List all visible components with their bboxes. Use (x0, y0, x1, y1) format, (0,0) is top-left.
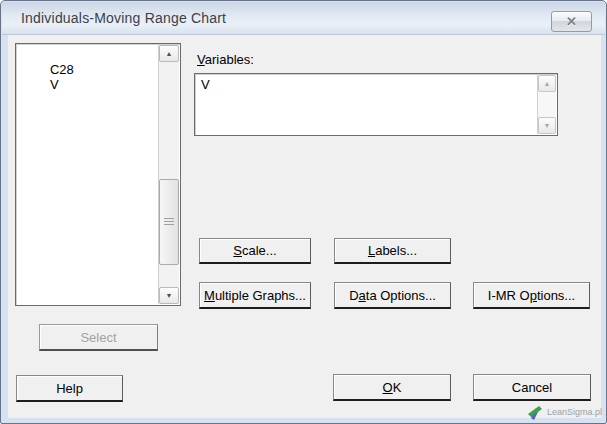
title-bar[interactable]: Individuals-Moving Range Chart ✕ (2, 2, 605, 35)
scroll-down-icon: ▼ (160, 288, 178, 303)
dialog-body: C28 V ▲ ▼ Select Variables: V ▲ (8, 35, 601, 418)
scale-button[interactable]: Scale... (199, 238, 311, 264)
dialog-window: Individuals-Moving Range Chart ✕ C28 V ▲… (0, 0, 607, 424)
variables-value: V (201, 77, 210, 92)
select-button[interactable]: Select (39, 324, 158, 351)
variables-scrollbar[interactable]: ▲ ▼ (537, 75, 556, 134)
watermark-text: LeanSigma.pl (547, 407, 602, 417)
watermark: LeanSigma.pl (526, 403, 602, 421)
window-title: Individuals-Moving Range Chart (21, 2, 226, 34)
imr-options-button[interactable]: I-MR Options... (473, 282, 590, 309)
help-button[interactable]: Help (16, 375, 123, 402)
variables-scroll-down-button[interactable]: ▼ (538, 117, 556, 134)
list-item[interactable]: C28 V (21, 47, 92, 107)
close-icon: ✕ (566, 14, 577, 29)
multiple-graphs-button[interactable]: Multiple Graphs... (199, 282, 311, 309)
cancel-button[interactable]: Cancel (473, 374, 591, 401)
variables-input[interactable]: V ▲ ▼ (194, 73, 558, 136)
column-name: V (50, 77, 59, 92)
column-id: C28 (50, 62, 92, 77)
scroll-up-icon: ▲ (539, 76, 555, 91)
variables-label: Variables: (197, 52, 254, 67)
scroll-down-icon: ▼ (539, 118, 555, 133)
close-button[interactable]: ✕ (551, 11, 592, 32)
labels-button[interactable]: Labels... (334, 238, 451, 264)
scrollbar-grip (164, 218, 174, 226)
variables-scroll-up-button[interactable]: ▲ (538, 75, 556, 92)
data-options-button[interactable]: Data Options... (334, 282, 451, 309)
scroll-down-button[interactable]: ▼ (159, 287, 179, 304)
column-listbox[interactable]: C28 V ▲ ▼ (15, 43, 181, 306)
ok-button[interactable]: OK (333, 374, 451, 401)
leansigma-logo-icon (526, 405, 544, 420)
scroll-up-button[interactable]: ▲ (159, 45, 179, 62)
scrollbar-thumb[interactable] (159, 179, 179, 265)
list-scrollbar[interactable]: ▲ ▼ (158, 45, 179, 304)
scroll-up-icon: ▲ (160, 46, 178, 61)
